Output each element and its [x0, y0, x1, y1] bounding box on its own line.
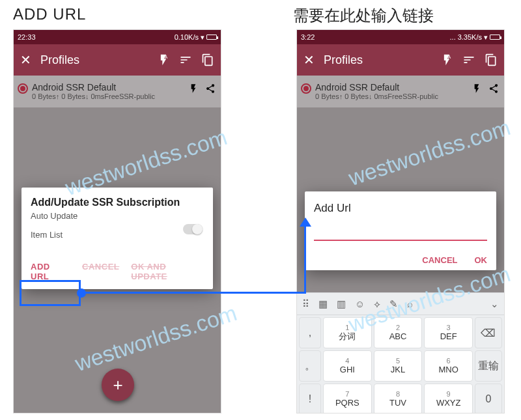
- key-def[interactable]: 3DEF: [424, 317, 473, 348]
- bolt-icon[interactable]: [472, 83, 482, 94]
- close-icon[interactable]: ✕: [303, 52, 315, 68]
- battery-icon: [206, 35, 217, 40]
- key-![interactable]: !: [299, 384, 321, 413]
- annotation-arrow: [79, 292, 306, 294]
- key-。[interactable]: 。: [299, 350, 321, 382]
- svg-text:A: A: [165, 55, 168, 59]
- url-input[interactable]: [314, 227, 487, 241]
- share-icon[interactable]: [488, 83, 499, 94]
- key-jkl[interactable]: 5JKL: [374, 350, 423, 382]
- kb-emoji-icon[interactable]: ☺: [355, 298, 365, 309]
- status-time: 3:22: [301, 33, 315, 41]
- left-screenshot: 22:33 0.10K/s ▾ ✕ Profiles A Android SSR…: [13, 29, 221, 413]
- wifi-icon: ▾: [484, 33, 488, 42]
- status-dots: ...: [450, 33, 456, 41]
- key-重输[interactable]: 重输: [475, 350, 502, 382]
- soft-keyboard: ⠿ ▦ ▥ ☺ ⟡ ✎ ⌕ ⌄ ,1分词2ABC3DEF⌫。4GHI5JKL6M…: [297, 292, 504, 413]
- ok-button[interactable]: OK: [475, 255, 488, 265]
- kb-grid-icon[interactable]: ▦: [318, 298, 328, 310]
- kb-layout-icon[interactable]: ▥: [337, 298, 346, 310]
- copy-icon[interactable]: [201, 53, 214, 66]
- radio-selected-icon[interactable]: [301, 83, 311, 94]
- caption-right: 需要在此处输入链接: [293, 5, 434, 26]
- profile-subtitle: 0 Bytes↑ 0 Bytes↓ 0msFreeSSR-public: [32, 92, 184, 101]
- bolt-icon[interactable]: [188, 83, 199, 94]
- key-⌫[interactable]: ⌫: [475, 317, 502, 348]
- key-mno[interactable]: 6MNO: [424, 350, 473, 382]
- key-,[interactable]: ,: [299, 317, 321, 348]
- auto-update-switch[interactable]: [183, 224, 203, 234]
- cancel-button[interactable]: CANCEL: [82, 262, 119, 281]
- status-net: 3.35K/s: [458, 33, 482, 41]
- profile-name: Android SSR Default: [315, 82, 468, 92]
- appbar-title: Profiles: [324, 53, 431, 67]
- battery-icon: [490, 35, 500, 40]
- key-abc[interactable]: 2ABC: [374, 317, 423, 348]
- item-list-label: Item List: [31, 230, 204, 240]
- app-bar: ✕ Profiles A: [14, 44, 221, 76]
- add-fab[interactable]: +: [102, 369, 134, 401]
- key-分词[interactable]: 1分词: [323, 317, 372, 348]
- kb-voice-icon[interactable]: ⟡: [374, 298, 380, 310]
- kb-collapse-icon[interactable]: ⌄: [490, 298, 499, 310]
- keyboard-toolbar: ⠿ ▦ ▥ ☺ ⟡ ✎ ⌕ ⌄: [297, 293, 504, 315]
- annotation-arrow: [304, 223, 306, 293]
- share-icon[interactable]: [205, 83, 216, 94]
- profile-row[interactable]: Android SSR Default 0 Bytes↑ 0 Bytes↓ 0m…: [14, 76, 221, 107]
- sort-icon[interactable]: [179, 53, 192, 66]
- add-url-dialog: Add Url CANCEL OK: [305, 191, 496, 270]
- annotation-arrow-head: [300, 217, 311, 227]
- copy-icon[interactable]: [485, 53, 498, 66]
- status-time: 22:33: [18, 33, 36, 41]
- appbar-title: Profiles: [40, 53, 148, 67]
- key-0[interactable]: 0: [475, 384, 502, 413]
- ssr-subscription-dialog: Add/Update SSR Subscription Auto Update …: [21, 188, 213, 289]
- flash-auto-icon[interactable]: A: [440, 53, 453, 66]
- key-tuv[interactable]: 8TUV: [374, 384, 423, 413]
- svg-text:A: A: [448, 55, 451, 59]
- add-url-button[interactable]: ADD URL: [31, 262, 70, 281]
- cancel-button[interactable]: CANCEL: [422, 255, 457, 265]
- radio-selected-icon[interactable]: [18, 83, 28, 94]
- right-screenshot: 3:22 ... 3.35K/s ▾ ✕ Profiles A Android …: [296, 29, 505, 413]
- wifi-icon: ▾: [201, 33, 204, 42]
- key-pqrs[interactable]: 7PQRS: [323, 384, 372, 413]
- close-icon[interactable]: ✕: [20, 52, 31, 68]
- highlight-add-url: [20, 280, 81, 306]
- kb-search-icon[interactable]: ⌕: [407, 298, 413, 309]
- kb-menu-icon[interactable]: ⠿: [302, 298, 309, 310]
- status-net: 0.10K/s: [175, 33, 199, 41]
- status-bar: 22:33 0.10K/s ▾: [14, 30, 221, 44]
- dialog-title: Add Url: [314, 202, 487, 215]
- profile-row[interactable]: Android SSR Default 0 Bytes↑ 0 Bytes↓ 0m…: [297, 76, 504, 107]
- dialog-title: Add/Update SSR Subscription: [31, 197, 204, 208]
- profile-subtitle: 0 Bytes↑ 0 Bytes↓ 0msFreeSSR-public: [315, 92, 468, 101]
- auto-update-label: Auto Update: [31, 211, 204, 221]
- app-bar: ✕ Profiles A: [297, 44, 504, 76]
- ok-and-update-button[interactable]: OK AND UPDATE: [131, 262, 204, 281]
- caption-left: ADD URL: [13, 5, 86, 23]
- kb-edit-icon[interactable]: ✎: [389, 298, 398, 310]
- key-ghi[interactable]: 4GHI: [323, 350, 372, 382]
- key-wxyz[interactable]: 9WXYZ: [424, 384, 473, 413]
- sort-icon[interactable]: [462, 53, 475, 66]
- profile-name: Android SSR Default: [32, 82, 184, 92]
- status-bar: 3:22 ... 3.35K/s ▾: [297, 30, 504, 44]
- flash-auto-icon[interactable]: A: [157, 53, 170, 66]
